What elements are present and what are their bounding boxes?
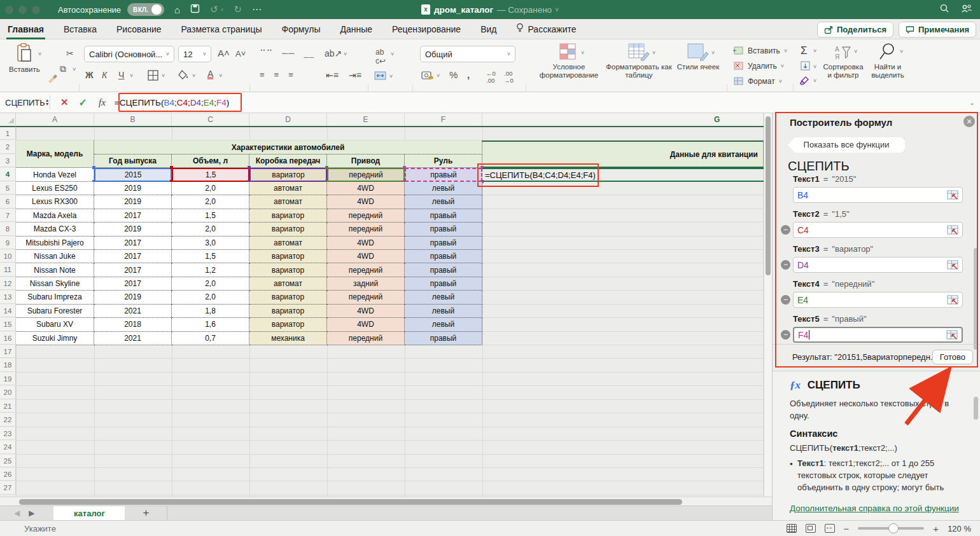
cell-F4[interactable]: правый (405, 168, 482, 181)
title-chevron-icon[interactable]: ˅ (555, 6, 559, 13)
formula-input[interactable]: =СЦЕПИТЬ(B4;C4;D4;E4;F4) (115, 98, 230, 107)
column-headers[interactable]: ABCDEFG (0, 113, 764, 127)
find-select-button[interactable]: ˅ Найти и выделить (867, 42, 909, 79)
cell-C8[interactable]: 2,0 (172, 223, 249, 236)
cell-C10[interactable]: 1,5 (172, 250, 249, 263)
remove-param-button-3[interactable]: − (781, 260, 790, 270)
copy-chevron-icon[interactable]: ˅ (73, 66, 76, 72)
row-header-3[interactable]: 3 (0, 155, 16, 167)
increase-decimal-button[interactable]: ←0.00 (486, 70, 496, 84)
cell-F7[interactable]: правый (405, 209, 482, 223)
cell-E4[interactable]: передний (327, 168, 405, 181)
range-selector-icon[interactable] (947, 190, 958, 200)
cell-A12[interactable]: Nissan Skyline (16, 277, 94, 291)
cell-F15[interactable]: левый (405, 318, 482, 331)
cell-F12[interactable]: правый (405, 277, 482, 291)
cell-A4[interactable]: Honda Vezel (16, 168, 94, 181)
row-header-1[interactable]: 1 (0, 127, 16, 140)
cell-B4[interactable]: 2015 (94, 168, 172, 181)
fill-color-button[interactable] (178, 70, 189, 82)
prev-sheet-icon[interactable]: ◀ (14, 509, 20, 518)
conditional-formatting-button[interactable]: ˅ Условное форматирование (533, 43, 605, 79)
horizontal-align-buttons[interactable]: ≡≡≡ (260, 70, 294, 79)
zoom-slider-thumb[interactable] (888, 523, 899, 533)
cell-B6[interactable]: 2019 (94, 195, 172, 209)
cell-D9[interactable]: автомат (249, 237, 327, 250)
cell-A14[interactable]: Subaru Forester (16, 305, 94, 318)
shrink-font-button[interactable]: A˅ (235, 49, 246, 58)
ribbon-tab-3[interactable]: Разметка страницы (180, 19, 263, 39)
cell-D11[interactable]: вариатор (249, 263, 327, 277)
cell-E6[interactable]: 4WD (327, 195, 405, 209)
ribbon-tab-4[interactable]: Формулы (281, 19, 322, 39)
cell-F11[interactable]: правый (405, 263, 482, 277)
horizontal-scrollbar[interactable] (0, 497, 772, 505)
cell-subheader-4[interactable]: Руль (405, 155, 482, 168)
cell-C6[interactable]: 2,0 (172, 195, 249, 209)
cell-B12[interactable]: 2017 (94, 277, 172, 291)
redo-icon[interactable]: ↻ (234, 4, 242, 15)
cell-B10[interactable]: 2017 (94, 250, 172, 263)
cell-D10[interactable]: вариатор (249, 250, 327, 263)
next-sheet-icon[interactable]: ▶ (29, 509, 34, 518)
zoom-in-button[interactable]: + (933, 523, 939, 534)
cell-E14[interactable]: 4WD (327, 305, 405, 318)
cell-D15[interactable]: вариатор (249, 318, 327, 331)
cell-styles-button[interactable]: ˅ Стили ячеек (676, 43, 720, 71)
cell-B8[interactable]: 2019 (94, 223, 172, 236)
range-handle[interactable] (92, 166, 95, 169)
range-handle[interactable] (403, 166, 406, 169)
cell-D7[interactable]: вариатор (249, 209, 327, 223)
cell-B16[interactable]: 2021 (94, 332, 172, 345)
cell-C15[interactable]: 1,6 (172, 318, 249, 331)
column-header-B[interactable]: B (94, 113, 172, 126)
param-input-C4[interactable]: C4 (793, 222, 963, 238)
cut-icon[interactable]: ✂ (66, 48, 74, 58)
bold-button[interactable]: Ж (85, 70, 94, 80)
zoom-slider[interactable] (858, 527, 924, 530)
font-color-button[interactable]: A (207, 69, 213, 79)
more-commands-icon[interactable]: ⋯ (252, 4, 262, 15)
cell-F10[interactable]: правый (405, 250, 482, 263)
column-header-E[interactable]: E (327, 113, 405, 126)
range-selector-icon[interactable] (947, 295, 958, 305)
row-header-21[interactable]: 21 (0, 400, 16, 413)
formula-bar-expand-icon[interactable]: ⌄ (970, 99, 975, 106)
comments-button[interactable]: Примечания (899, 22, 976, 38)
cell-A16[interactable]: Suzuki Jimny (16, 332, 94, 345)
page-break-view-icon[interactable] (825, 524, 835, 533)
row-header-13[interactable]: 13 (0, 291, 16, 303)
range-selector-icon[interactable] (947, 225, 958, 235)
cell-receipt-header[interactable]: Данные для квитанции (482, 141, 764, 168)
remove-param-button-5[interactable]: − (781, 330, 790, 340)
insert-cells-button[interactable]: Вставить˅ (733, 46, 787, 55)
row-header-6[interactable]: 6 (0, 195, 16, 208)
row-header-22[interactable]: 22 (0, 413, 16, 426)
merge-chevron-icon[interactable]: ˅ (389, 73, 393, 79)
cell-A10[interactable]: Nissan Juke (16, 250, 94, 263)
undo-icon[interactable]: ↺ (210, 4, 218, 15)
name-box[interactable]: СЦЕПИТЬ ▲▼ (0, 98, 45, 107)
vertical-scrollbar-thumb[interactable] (766, 116, 771, 275)
row-header-15[interactable]: 15 (0, 318, 16, 331)
cell-C9[interactable]: 3,0 (172, 237, 249, 250)
cell-C4[interactable]: 1,5 (172, 168, 249, 181)
cell-subheader-3[interactable]: Привод (327, 155, 405, 168)
add-sheet-button[interactable]: + (143, 507, 149, 519)
people-share-icon[interactable] (961, 3, 972, 16)
param-input-E4[interactable]: E4 (793, 292, 963, 308)
cell-F8[interactable]: правый (405, 223, 482, 236)
cell-A5[interactable]: Lexus ES250 (16, 182, 94, 195)
cell-E15[interactable]: 4WD (327, 318, 405, 331)
cell-A8[interactable]: Mazda CX-3 (16, 223, 94, 236)
column-header-D[interactable]: D (249, 113, 327, 126)
currency-format-button[interactable] (421, 71, 434, 82)
cell-B14[interactable]: 2021 (94, 305, 172, 318)
cell-subheader-1[interactable]: Объем, л (172, 155, 249, 168)
cell-A15[interactable]: Subaru XV (16, 318, 94, 331)
font-size-select[interactable]: 12˅ (178, 46, 211, 62)
cell-A11[interactable]: Nissan Note (16, 263, 94, 277)
column-header-A[interactable]: A (16, 113, 94, 126)
cell-C13[interactable]: 2,0 (172, 291, 249, 304)
row-header-27[interactable]: 27 (0, 481, 16, 494)
